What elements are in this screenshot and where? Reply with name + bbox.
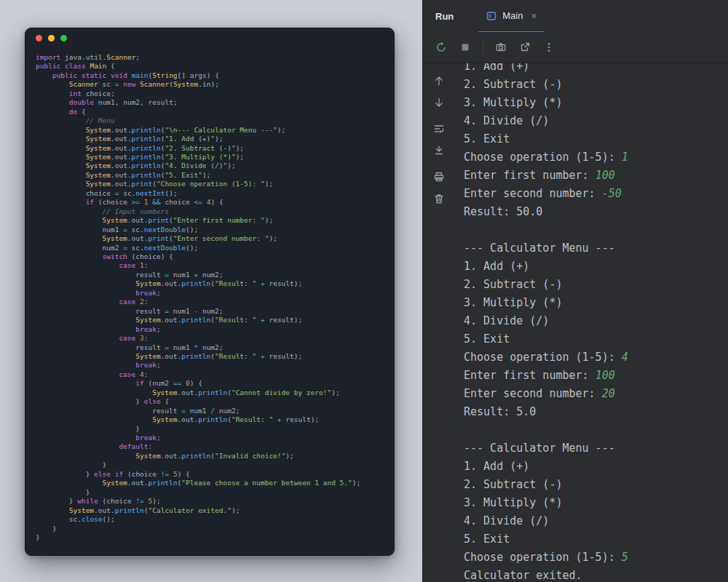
code-line: System.out.println("Calculator exited.")… [36,506,384,515]
console-line: --- Calculator Menu --- [464,439,725,458]
console-line: 3. Multiply (*) [464,294,725,312]
code-line: System.out.print("Choose operation (1-5)… [36,180,384,188]
code-line: case 3: [36,334,384,343]
console-line: --- Calculator Menu --- [464,239,725,258]
console-line: 5. Exit [464,330,725,348]
code-line: result = num1 + num2; [36,271,384,279]
code-line: } [36,525,384,533]
run-console-icon [486,10,497,22]
code-line: } [36,533,384,542]
window-titlebar [25,28,394,47]
stop-icon [459,41,471,53]
code-line: result = num1 * num2; [36,343,384,352]
code-line: System.out.println("Result: " + result); [36,279,384,288]
code-line: switch (choice) { [36,252,384,261]
code-line: result = num1 - num2; [36,307,384,316]
soft-wrap-button[interactable] [430,119,448,138]
code-line: Scanner sc = new Scanner(System.in); [36,80,384,89]
run-tool-window: Run Main × [422,0,728,582]
code-line: } [36,488,384,497]
tab-main[interactable]: Main × [478,0,544,33]
clear-console-icon [433,193,445,204]
code-line: System.out.println("Cannot divide by zer… [36,388,384,397]
code-line: if (num2 == 0) { [36,379,384,388]
tab-label: Main [502,10,523,21]
console-line: Enter second number: -50 [464,185,725,203]
code-line: System.out.println("\n--- Calculator Men… [36,126,384,135]
code-line: } while (choice != 5); [36,497,384,506]
open-in-editor-button[interactable] [515,38,534,57]
code-line: // Menu [36,116,384,125]
console-line: 2. Subtract (-) [464,276,725,294]
console-line: Enter first number: 100 [464,167,725,185]
code-line: result = num1 / num2; [36,407,384,415]
print-button[interactable] [430,167,448,186]
code-line: } [36,461,384,469]
console-line: 1. Add (+) [464,458,725,476]
code-line: public class Main { [36,62,384,71]
console-line: 5. Exit [464,130,725,148]
console-line [464,421,725,439]
console-line: Choose operation (1-5): 4 [464,348,725,367]
console-line: 3. Multiply (*) [464,494,725,512]
code-line: import java.util.Scanner; [36,53,384,62]
code-line: System.out.println("5. Exit"); [36,171,384,180]
close-window-button[interactable] [36,35,42,41]
minimize-window-button[interactable] [48,35,55,41]
console-line: 1. Add (+) [464,258,725,276]
more-options-button[interactable] [539,38,558,57]
code-line: if (choice >= 1 && choice <= 4) { [36,198,384,207]
code-line: System.out.println("Result: " + result); [36,316,384,324]
camera-button[interactable] [491,38,510,57]
console-line: 4. Divide (/) [464,312,725,330]
open-in-editor-icon [519,41,531,53]
soft-wrap-icon [433,123,445,135]
code-line: break; [36,434,384,442]
code-line: int choice; [36,89,384,98]
code-line: System.out.println("2. Subtract (-)"); [36,144,384,153]
more-options-icon [543,41,555,53]
code-line: num1 = sc.nextDouble(); [36,226,384,234]
code-line: choice = sc.nextInt(); [36,189,384,198]
console-line: 2. Subtract (-) [464,476,725,494]
console-line: 4. Divide (/) [464,112,725,130]
code-line: public static void main(String[] args) { [36,71,384,80]
console-line: Result: 50.0 [464,203,725,221]
clear-console-button[interactable] [430,189,448,208]
console-line: 4. Divide (/) [464,512,725,530]
scroll-down-button[interactable] [430,93,448,112]
console-line: Calculator exited. [464,567,725,582]
console-line: Enter first number: 100 [464,367,725,385]
rerun-button[interactable] [432,38,451,57]
scroll-to-end-button[interactable] [430,141,448,160]
code-line: } [36,425,384,434]
code-line: break; [36,325,384,334]
screen: import java.util.Scanner;public class Ma… [0,0,728,582]
close-tab-icon[interactable]: × [531,10,537,22]
code-line: // Input numbers [36,207,384,216]
code-line: double num1, num2, result; [36,98,384,107]
code-line: System.out.println("4. Divide (/)"); [36,162,384,170]
toolbar-separator [483,41,483,54]
code-line: System.out.print("Enter first number: ")… [36,216,384,225]
code-line: } else { [36,397,384,406]
code-line: case 2: [36,298,384,306]
zoom-window-button[interactable] [60,35,67,41]
scroll-up-button[interactable] [430,71,448,90]
code-line: sc.close(); [36,515,384,524]
console-line: Choose operation (1-5): 1 [464,148,725,167]
code-line: System.out.println("Please choose a numb… [36,479,384,487]
code-line: System.out.println("3. Multiply (*)"); [36,153,384,162]
code-line: case 1: [36,261,384,270]
stop-button[interactable] [456,38,475,57]
run-toolbar [423,32,728,63]
console-line: Result: 5.0 [464,403,725,421]
console-output[interactable]: 1. Add (+)2. Subtract (-)3. Multiply (*)… [464,57,725,582]
console-line: 3. Multiply (*) [464,94,725,112]
run-header: Run Main × [423,0,728,33]
scroll-down-icon [433,97,445,108]
run-tool-window-title: Run [435,11,454,22]
code-line: break; [36,361,384,370]
code-area[interactable]: import java.util.Scanner;public class Ma… [25,53,394,542]
code-editor-window: import java.util.Scanner;public class Ma… [25,28,395,556]
